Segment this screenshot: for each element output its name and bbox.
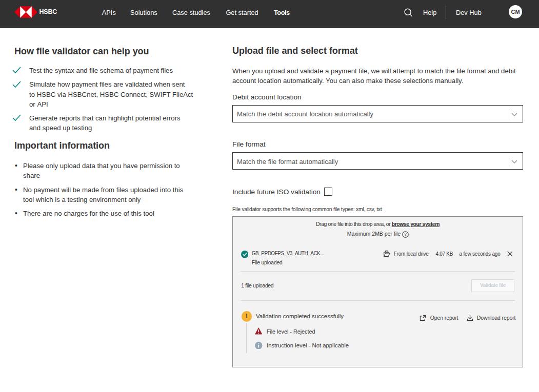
svg-text:?: ? (404, 232, 407, 237)
